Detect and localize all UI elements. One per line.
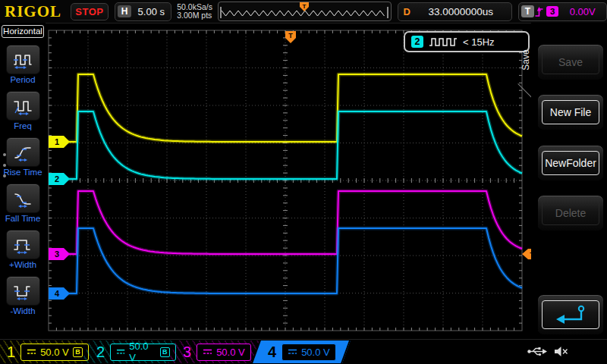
dc-coupling-icon [116,349,125,355]
preview-wave-icon: T [219,2,390,19]
menu-item-period[interactable]: Period [0,45,46,84]
channel-1-status[interactable]: 1 50.0 V B [0,340,90,363]
top-status-bar: RIGOL STOP H 5.00 s 50.0kSa/s 3.00M pts … [0,0,607,24]
svg-text:1: 1 [55,137,59,146]
bw-limit-icon: B [73,347,83,357]
svg-text:T: T [303,3,307,10]
minus-width-icon [13,282,33,300]
channel-number: 3 [183,344,191,359]
rising-edge-icon [534,5,544,18]
menu-item-fall-time[interactable]: Fall Time [0,184,46,223]
graticule: 1234TT [46,23,540,340]
channel-scale-box: 50.0 V B [197,344,251,361]
channel-scale-box: 50.0 V B [20,344,89,361]
ch1-waveform-glow [49,74,522,142]
waveform-display-area: 1234TT 2 < 15Hz [46,23,531,340]
run-state-indicator[interactable]: STOP [71,3,109,20]
menu-item-label: Rise Time [3,168,42,177]
badge-channel-number: 2 [411,36,423,48]
trigger-status-box[interactable]: T 3 0.00V [518,2,607,21]
svg-text:3: 3 [55,249,59,259]
rigol-logo: RIGOL [5,2,61,21]
memory-depth: 3.00M pts [177,11,212,20]
menu-title: Horizontal [2,25,44,38]
rise-time-icon [13,143,33,162]
acquisition-info: 50.0kSa/s 3.00M pts [177,3,212,20]
dc-coupling-icon [203,349,212,355]
return-arrow-icon [552,303,589,326]
menu-item-freq[interactable]: Freq [0,91,46,130]
svg-text:T: T [288,32,293,39]
dc-coupling-icon [27,349,36,355]
channel-scale: 50.0 V [129,340,156,363]
trigger-delay-box[interactable]: D 33.0000000us [398,2,512,21]
svg-text:4: 4 [55,289,60,298]
channel-status-bar: 1 50.0 V B 2 50.0 V B 3 [0,339,607,364]
timebase-value: 5.00 s [131,6,171,17]
softkey-menu: Save New File NewFolder Delete [531,23,607,345]
menu-item-rise-time[interactable]: Rise Time [0,137,46,177]
menu-item-label: Fall Time [5,214,41,223]
new-folder-button[interactable]: NewFolder [537,145,604,181]
delete-button[interactable]: Delete [537,195,604,231]
menu-scroll-indicator [3,153,6,177]
menu-item-label: Period [10,75,35,84]
menu-item-label: -Width [10,306,35,315]
channel-3-status[interactable]: 3 50.0 V B [176,340,261,363]
speaker-muted-icon [554,346,568,357]
channel-number: 1 [7,344,15,359]
back-button[interactable] [537,294,604,335]
channel-scale: 50.0 V [301,347,330,358]
ch1-waveform [49,74,522,142]
svg-text:2: 2 [55,174,59,184]
menu-item-label: +Width [9,260,36,269]
d-badge: D [404,6,410,17]
freq-icon [13,97,33,115]
bw-limit-icon: B [160,347,171,357]
channel-4-status[interactable]: 4 50.0 V B [261,340,351,363]
channel-scale-box: 50.0 V B [110,344,176,361]
delay-value: 33.0000000us [410,6,511,17]
channel-2-status[interactable]: 2 50.0 V B [90,340,176,363]
channel-number: 2 [96,344,105,359]
usb-icon [527,346,548,357]
horizontal-measure-menu: Horizontal Period Freq [0,23,46,340]
plus-width-icon [13,236,33,254]
square-wave-icon [429,37,458,47]
h-badge: H [118,5,132,17]
menu-item-plus-width[interactable]: +Width [0,230,46,269]
t-badge: T [521,5,534,17]
channel-scale-box: 50.0 V B [281,344,336,361]
new-file-button[interactable]: New File [537,94,604,130]
channel-scale: 50.0 V [40,347,69,358]
fall-time-icon [13,190,33,208]
period-icon [13,51,33,69]
trigger-level-value: 0.00V [558,6,606,17]
low-freq-trigger-badge: 2 < 15Hz [404,31,530,52]
badge-text: < 15Hz [463,36,495,48]
horizontal-timebase-box[interactable]: H 5.00 s [115,2,172,21]
waveform-position-preview[interactable]: T [218,2,392,21]
oscilloscope-screen: RIGOL STOP H 5.00 s 50.0kSa/s 3.00M pts … [0,0,607,364]
dc-coupling-icon [288,349,297,355]
menu-item-minus-width[interactable]: -Width [0,276,46,315]
channel-scale: 50.0 V [216,347,245,358]
menu-item-label: Freq [14,121,32,130]
system-status-icons [527,346,568,357]
save-button[interactable]: Save [537,44,604,80]
trigger-source-badge: 3 [546,6,558,17]
channel-number: 4 [268,344,276,359]
